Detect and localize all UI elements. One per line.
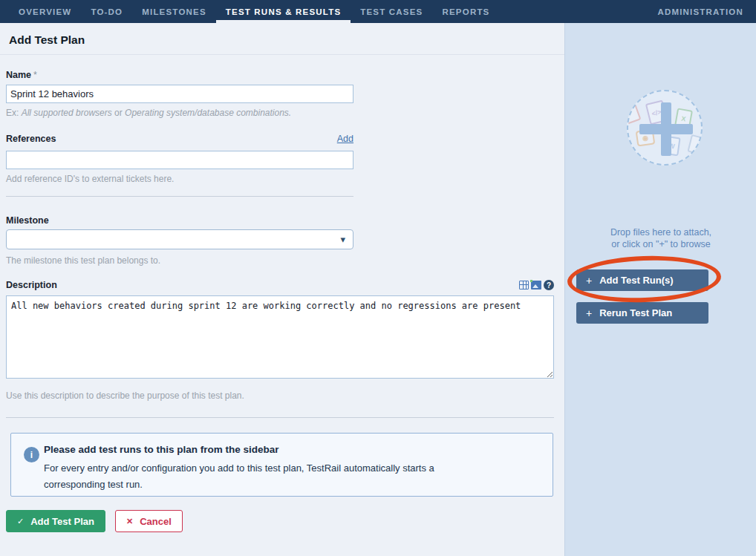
plus-icon	[639, 124, 693, 134]
chevron-down-icon: ▾	[340, 235, 345, 244]
name-hint-example1: All supported browsers	[22, 108, 112, 118]
dropzone-caption-line1: Drop files here to attach,	[565, 226, 756, 238]
nav-tab-milestones[interactable]: MILESTONES	[132, 0, 216, 23]
dropzone-caption: Drop files here to attach, or click on "…	[565, 226, 756, 250]
pdf-file-icon	[627, 102, 642, 124]
description-toolbar: ?	[519, 280, 554, 290]
info-box: i Please add test runs to this plan from…	[10, 433, 553, 497]
section-divider	[6, 417, 554, 418]
name-label: Name*	[6, 70, 37, 80]
required-marker: *	[33, 70, 37, 80]
nav-tab-todo[interactable]: TO-DO	[81, 0, 132, 23]
name-hint-conjunction: or	[112, 108, 125, 118]
nav-tab-overview[interactable]: OVERVIEW	[9, 0, 81, 23]
references-input[interactable]	[6, 151, 353, 169]
description-label: Description	[6, 280, 57, 290]
nav-tab-reports[interactable]: REPORTS	[432, 0, 499, 23]
name-hint: Ex: All supported browsers or Operating …	[6, 108, 291, 118]
info-icon: i	[24, 447, 39, 462]
insert-table-icon[interactable]	[519, 281, 529, 290]
name-input[interactable]	[6, 85, 353, 103]
add-test-plan-button[interactable]: ✓ Add Test Plan	[6, 510, 105, 532]
nav-tab-administration[interactable]: ADMINISTRATION	[648, 0, 756, 23]
header-divider	[0, 54, 564, 55]
references-row: References Add	[6, 134, 353, 144]
nav-spacer	[499, 0, 648, 23]
top-navigation: OVERVIEW TO-DO MILESTONES TEST RUNS & RE…	[0, 0, 756, 23]
nav-tab-test-cases[interactable]: TEST CASES	[351, 0, 432, 23]
references-hint: Add reference ID's to external tickets h…	[6, 174, 174, 184]
dropzone-caption-line2: or click on "+" to browse	[565, 238, 756, 250]
nav-tab-test-runs-results[interactable]: TEST RUNS & RESULTS	[216, 0, 351, 23]
cancel-button-label: Cancel	[140, 516, 172, 527]
info-box-body: For every entry and/or configuration you…	[44, 460, 489, 493]
check-icon: ✓	[17, 517, 24, 526]
name-hint-prefix: Ex:	[6, 108, 22, 118]
name-hint-example2: Operating system/database combinations.	[125, 108, 291, 118]
milestone-hint: The milestone this test plan belongs to.	[6, 255, 160, 266]
references-label: References	[6, 134, 56, 144]
description-hint: Use this description to describe the pur…	[6, 390, 244, 401]
plus-icon: +	[586, 275, 592, 287]
main-content: Add Test Plan Name* Ex: All supported br…	[0, 23, 564, 556]
add-test-plan-button-label: Add Test Plan	[30, 516, 94, 527]
add-test-plan-page: OVERVIEW TO-DO MILESTONES TEST RUNS & RE…	[0, 0, 756, 556]
description-textarea[interactable]: All new behaviors created during sprint …	[6, 295, 554, 379]
add-test-runs-button[interactable]: + Add Test Run(s)	[576, 269, 708, 291]
rerun-test-plan-button-label: Rerun Test Plan	[599, 307, 672, 318]
name-label-text: Name	[6, 70, 31, 80]
cancel-button[interactable]: ✕ Cancel	[115, 510, 183, 532]
milestone-select[interactable]: ▾	[6, 229, 353, 249]
section-divider	[6, 196, 353, 197]
plus-icon: +	[586, 307, 592, 319]
attachments-sidebar: </> X ◉ W Drop files here to attach, or …	[564, 23, 756, 556]
help-icon[interactable]: ?	[544, 280, 554, 290]
file-dropzone[interactable]: </> X ◉ W	[627, 90, 703, 166]
add-test-runs-button-label: Add Test Run(s)	[599, 275, 673, 286]
close-icon: ✕	[126, 517, 133, 526]
info-box-title: Please add test runs to this plan from t…	[44, 444, 279, 455]
rerun-test-plan-button[interactable]: + Rerun Test Plan	[576, 302, 708, 324]
text-file-icon	[687, 134, 703, 155]
references-add-link[interactable]: Add	[337, 134, 353, 144]
insert-image-icon[interactable]	[531, 281, 541, 290]
page-title: Add Test Plan	[9, 33, 85, 47]
milestone-label: Milestone	[6, 215, 49, 226]
